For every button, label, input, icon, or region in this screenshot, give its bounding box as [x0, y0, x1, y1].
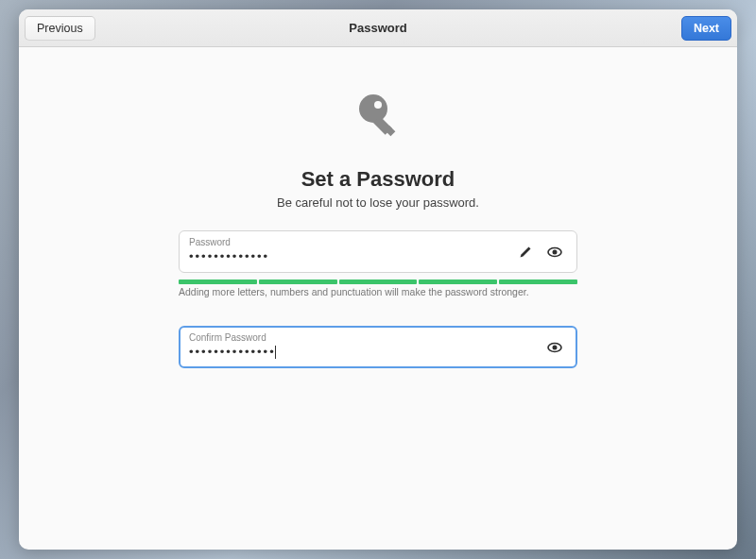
text-cursor — [275, 346, 276, 359]
strength-segment — [179, 280, 257, 284]
main-content: Set a Password Be careful not to lose yo… — [19, 47, 737, 550]
confirm-field-wrapper: Confirm Password •••••••••••••• — [179, 326, 577, 368]
svg-point-5 — [553, 250, 558, 255]
password-label: Password — [189, 237, 508, 247]
edit-icon[interactable] — [518, 245, 533, 260]
strength-segment — [259, 280, 337, 284]
strength-hint: Adding more letters, numbers and punctua… — [179, 286, 577, 297]
heading: Set a Password — [301, 167, 455, 192]
eye-icon[interactable] — [546, 339, 563, 356]
password-strength-bar — [179, 280, 577, 284]
next-button[interactable]: Next — [681, 16, 731, 41]
svg-point-0 — [359, 94, 387, 123]
password-input-row[interactable]: Password — [179, 230, 577, 273]
confirm-input-row[interactable]: Confirm Password •••••••••••••• — [179, 326, 577, 368]
page-title: Password — [349, 21, 406, 35]
password-field-wrapper: Password — [179, 230, 577, 273]
header-bar: Previous Password Next — [19, 9, 737, 47]
previous-button[interactable]: Previous — [25, 16, 95, 41]
password-input[interactable] — [189, 249, 508, 264]
confirm-label: Confirm Password — [189, 332, 537, 343]
strength-segment — [419, 280, 497, 284]
strength-segment — [339, 280, 418, 284]
setup-window: Previous Password Next Set a Password Be… — [19, 9, 737, 550]
key-icon — [350, 90, 406, 150]
eye-icon[interactable] — [546, 244, 563, 261]
svg-point-7 — [553, 346, 558, 350]
subheading: Be careful not to lose your password. — [277, 195, 479, 210]
strength-segment — [499, 280, 577, 284]
svg-point-1 — [374, 101, 382, 109]
confirm-input[interactable]: •••••••••••••• — [189, 345, 276, 360]
